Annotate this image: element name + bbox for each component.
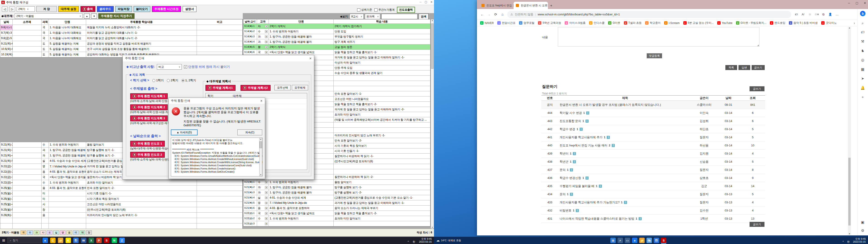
write-button[interactable]: 글쓰기 bbox=[752, 65, 765, 70]
post-link[interactable]: 비밀번호 bbox=[560, 209, 571, 213]
forward-icon[interactable]: → bbox=[486, 11, 492, 18]
details-scrollbar[interactable]: ▲▼ bbox=[259, 138, 262, 176]
sidebar-icon[interactable]: ＋ bbox=[861, 95, 865, 100]
table-row[interactable]: 9.25(월)-3 미 시각 기호의 특징 찾아보기 bbox=[0, 196, 243, 202]
bookmark-item[interactable]: ● 펜드로잉 bbox=[770, 21, 785, 25]
close-icon[interactable]: ✕ bbox=[864, 1, 866, 5]
table-row[interactable]: 9.14(목)-5 봉∨ 2학기 개학식 교실 정리 정돈 bbox=[243, 44, 430, 50]
post-link[interactable]: 개인사용자를 학교사용자에 추가 bbox=[560, 135, 602, 140]
remark-select[interactable]: 비고∨ bbox=[157, 64, 182, 69]
bookmark-item[interactable]: ● 학교종이 bbox=[645, 21, 660, 25]
taskbar-app-icon[interactable]: W bbox=[81, 238, 86, 243]
table-row[interactable]: 9.26(화)-1 음 아프리카의 인사말이 담긴 노래 부르기 -1- bbox=[0, 213, 243, 218]
radio-sem2[interactable]: 2학기 bbox=[167, 79, 178, 83]
print-plan-button[interactable]: 호주제 통합 지도계획 2 bbox=[130, 104, 168, 110]
start-button[interactable]: ⊞ bbox=[0, 238, 7, 242]
ime-indicator[interactable]: 한 bbox=[413, 240, 415, 243]
post-link[interactable]: 나이스에서 작업한 학습내용을 스쿨마스터로 옮기는 방법 bbox=[560, 217, 634, 221]
table-row[interactable]: 9.21(목)-1 수∨ 1. 수의 범위와 어림하기 올림 알아보기 bbox=[243, 180, 430, 185]
table-row[interactable]: 9.22(금)-3 ∨ bbox=[243, 221, 430, 226]
post-link[interactable]: 진도표통합 문의 bbox=[560, 119, 581, 123]
bookmark-item[interactable]: ● YouTube bbox=[717, 21, 733, 25]
browser-toolbar-icon[interactable]: 👤 bbox=[827, 11, 834, 18]
add-period-button[interactable]: 주제통합 차시 직접추가 bbox=[98, 13, 134, 19]
post-link[interactable]: 한글문서 변환 시 오류가 발생할 경우 조치법 (클래스가 등록되지 않았습니… bbox=[560, 103, 661, 107]
topic-select[interactable]: 2학기 - 어울림∨ bbox=[15, 13, 83, 19]
table-row[interactable]: 9.22(금)-4 수 1. 수의 범위와 어림하기 초과와 미만 알아보기 bbox=[0, 180, 243, 185]
page-scrollbar[interactable]: ▲ ▼ bbox=[848, 27, 851, 235]
radio-sem1[interactable]: 1학기 bbox=[152, 79, 164, 83]
scroll-down-icon[interactable]: ▼ bbox=[432, 226, 433, 228]
table-row[interactable] bbox=[0, 218, 243, 223]
taskbar-app-icon[interactable]: e bbox=[632, 238, 638, 243]
bookmark-item[interactable]: ● T셀파 초등 bbox=[624, 21, 642, 25]
close-icon[interactable]: ✕ bbox=[260, 99, 263, 102]
table-row[interactable]: 9.21(목)-2 과∨ 1. 탐구야, 궁금한 점을 해결해 볼까 탐구를 실… bbox=[243, 185, 430, 190]
print-progress-button[interactable]: 호주제 통합 진도표 2 bbox=[130, 152, 165, 158]
search-input[interactable] bbox=[381, 14, 417, 19]
bookmark-item[interactable]: ● 인디스쿨 bbox=[589, 21, 604, 25]
browser-tab[interactable]: 한글문서 변환 시 오류가 발생... bbox=[514, 2, 548, 9]
taskbar-app-icon[interactable]: N bbox=[112, 238, 117, 243]
clock[interactable]: 오전 9:452023-03-15 bbox=[853, 238, 866, 243]
table-row[interactable]: 9.21(목)-6 도 5. 갈등을 해결하는 지혜 공감과 경청의 방법을 익… bbox=[0, 41, 243, 47]
manual-button[interactable]: 설명서 bbox=[183, 6, 196, 12]
address-bar[interactable]: ⚠ 안전하지 않음 | www.school-m.com/gb5/bbs/boa… bbox=[507, 11, 791, 18]
new-tab-button[interactable]: + bbox=[548, 4, 555, 9]
scroll-thumb[interactable] bbox=[431, 24, 434, 69]
bing-icon[interactable]: b bbox=[860, 11, 866, 16]
print-schedule-button[interactable]: 진도표출력 bbox=[397, 7, 415, 13]
table-row[interactable]: 9.25(월)-1 음 4-03. 흥과 멋, 음악으로 표현하며 민속 표현 … bbox=[0, 185, 243, 191]
taskbar-app-icon[interactable]: S bbox=[661, 238, 666, 243]
close-icon[interactable]: ✕ bbox=[430, 0, 433, 4]
post-link[interactable]: 개인사용자를 학교사용자에 추가 가능한가요? bbox=[560, 201, 620, 205]
scroll-thumb[interactable] bbox=[848, 158, 850, 225]
bookmark-item[interactable]: ● 업무포털 bbox=[519, 21, 534, 25]
table-row[interactable]: 9.25(월)-4 사 고조선은 어떤 나라였을까요 bbox=[0, 202, 243, 207]
post-link[interactable]: 문의 bbox=[560, 168, 565, 172]
post-link[interactable]: 학급수 변경 bbox=[560, 127, 575, 131]
bookmark-item[interactable]: ● 전담시간표 bbox=[497, 21, 515, 25]
post-link[interactable]: 학기말 시수 변경 bbox=[560, 111, 582, 115]
browser-toolbar-icon[interactable]: A⁾ bbox=[800, 11, 807, 18]
save-button[interactable]: 저 장 bbox=[36, 6, 57, 12]
scroll-up-icon[interactable]: ▲ bbox=[432, 20, 433, 22]
browser-toolbar-icon[interactable]: 🏷 bbox=[793, 11, 800, 18]
bookmark-item[interactable]: ● i-Scream bbox=[664, 21, 680, 25]
sidebar-icon[interactable]: ➤ bbox=[861, 77, 864, 81]
post-link[interactable]: 수행평가 파일을 불러올 때 bbox=[560, 184, 594, 188]
taskbar-app-icon[interactable]: C bbox=[50, 238, 56, 243]
taskbar-app-icon[interactable]: 📁 bbox=[639, 238, 645, 243]
sidebar-icon[interactable]: ▦ bbox=[861, 67, 864, 71]
subject-select[interactable]: 전과목∨ bbox=[365, 14, 380, 19]
semester-select[interactable]: 2학기∨ bbox=[17, 6, 35, 12]
table-row[interactable] bbox=[0, 223, 243, 229]
table-row[interactable]: 9.14(목)-1 자∨ 2학기 개학식 2학기 개학식 참가하기 bbox=[243, 24, 430, 29]
time-adjust-button[interactable]: 주제통합 시간조정 bbox=[152, 6, 181, 12]
sidebar-icon[interactable]: 🔔 bbox=[861, 86, 865, 90]
minimize-icon[interactable]: ─ bbox=[848, 1, 850, 5]
browser-toolbar-icon[interactable]: ☆ bbox=[807, 11, 813, 18]
tray-expand-icon[interactable]: ^ bbox=[842, 240, 844, 243]
taskbar-app-icon[interactable]: ⌕ bbox=[618, 238, 623, 243]
table-row[interactable]: 9.21(목)-4 실∨ 4-01. 수송과 수송 수단의 세계 (교통안전교육… bbox=[243, 195, 430, 201]
sidebar-icon[interactable]: ⌕ bbox=[862, 21, 864, 25]
back-arrow-button[interactable]: ◁ bbox=[2, 6, 8, 12]
bookmarks-overflow-icon[interactable]: › bbox=[854, 21, 855, 25]
sidebar-icon[interactable]: ⚒ bbox=[861, 39, 864, 43]
write-top-button[interactable]: 글쓰기 bbox=[749, 86, 765, 91]
bookmark-item[interactable]: ● 굿다이노 bbox=[821, 21, 837, 25]
table-row[interactable]: 9.8(금)-5 국 1. 마음을 나누며 대화해요 이야기를 읽고 공감하며 … bbox=[0, 36, 243, 41]
sidebar-icon[interactable]: ♞ bbox=[861, 49, 864, 53]
radio-sem-both[interactable]: 1, 2학기 bbox=[182, 79, 196, 83]
sidebar-toggle-icon[interactable]: ▣ bbox=[861, 220, 864, 224]
comment-submit-button[interactable]: 댓글등록 bbox=[647, 53, 662, 58]
taskbar-app-icon[interactable]: Z bbox=[119, 238, 125, 243]
minimize-icon[interactable]: ─ bbox=[420, 0, 422, 4]
select-all-button[interactable]: 모두선택 bbox=[274, 85, 291, 90]
bookmark-item[interactable]: ● 아이스크림홈 bbox=[565, 21, 585, 25]
clear-all-button[interactable]: 모두해제 bbox=[292, 85, 308, 90]
back-icon[interactable]: ← bbox=[479, 11, 486, 18]
print-plan-button[interactable]: 호주제 통합 지도계획 3 bbox=[130, 116, 168, 121]
taskbar-app-icon[interactable]: 🛍 bbox=[647, 238, 652, 243]
